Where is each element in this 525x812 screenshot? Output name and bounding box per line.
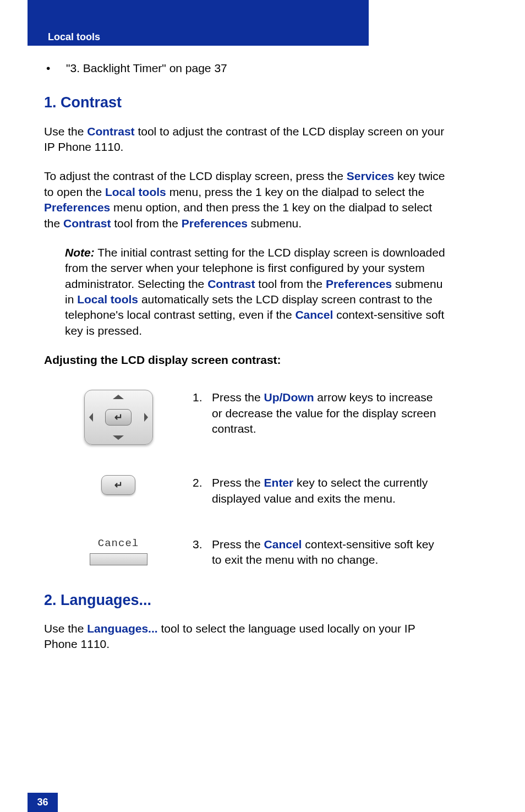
text: Use the bbox=[44, 622, 87, 635]
bullet-item: • "3. Backlight Timer" on page 37 bbox=[44, 61, 446, 76]
note-label: Note: bbox=[65, 246, 95, 259]
arrow-left-icon bbox=[89, 413, 93, 422]
paragraph-contrast-intro: Use the Contrast tool to adjust the cont… bbox=[44, 124, 446, 155]
cancel-softkey-icon: Cancel bbox=[90, 537, 147, 565]
nav-pad-icon: ↵ bbox=[44, 390, 193, 445]
term-preferences: Preferences bbox=[326, 277, 392, 290]
paragraph-languages-intro: Use the Languages... tool to select the … bbox=[44, 621, 446, 652]
enter-center-icon: ↵ bbox=[105, 409, 132, 426]
paragraph-contrast-instructions: To adjust the contrast of the LCD displa… bbox=[44, 168, 446, 231]
text: Press the bbox=[212, 391, 264, 404]
term-contrast: Contrast bbox=[87, 125, 134, 138]
term-services: Services bbox=[347, 170, 394, 182]
text: tool from the bbox=[255, 277, 325, 290]
term-local-tools: Local tools bbox=[105, 186, 166, 198]
cancel-softkey-icon-wrap: Cancel bbox=[44, 537, 193, 565]
note-block: Note: The initial contrast setting for t… bbox=[65, 245, 446, 339]
enter-key-icon-wrap: ↵ bbox=[44, 475, 193, 495]
softkey-button-icon bbox=[90, 553, 147, 565]
step-body: Press the Enter key to select the curren… bbox=[212, 475, 446, 506]
step-number: 3. bbox=[193, 537, 212, 568]
step-3-text: 3. Press the Cancel context-sensitive so… bbox=[193, 537, 446, 568]
enter-glyph-icon: ↵ bbox=[114, 411, 123, 424]
step-1: ↵ 1. Press the Up/Down arrow keys to inc… bbox=[44, 390, 446, 445]
arrow-up-icon bbox=[113, 395, 124, 399]
step-number: 2. bbox=[193, 475, 212, 506]
header-title: Local tools bbox=[48, 31, 100, 42]
text: menu, press the 1 key on the dialpad to … bbox=[166, 186, 424, 198]
term-up-down: Up/Down bbox=[264, 391, 314, 404]
arrow-right-icon bbox=[144, 413, 148, 422]
term-preferences: Preferences bbox=[182, 217, 248, 230]
step-1-text: 1. Press the Up/Down arrow keys to incre… bbox=[193, 390, 446, 437]
step-2-text: 2. Press the Enter key to select the cur… bbox=[193, 475, 446, 506]
enter-key-icon: ↵ bbox=[101, 475, 135, 495]
heading-contrast: 1. Contrast bbox=[44, 92, 446, 112]
page-number: 36 bbox=[28, 793, 58, 812]
text: Press the bbox=[212, 476, 264, 489]
text: Press the bbox=[212, 538, 264, 551]
text: submenu. bbox=[248, 217, 302, 230]
step-number: 1. bbox=[193, 390, 212, 437]
text: Use the bbox=[44, 125, 87, 138]
term-preferences: Preferences bbox=[44, 201, 110, 214]
bullet-marker: • bbox=[44, 61, 66, 76]
term-cancel: Cancel bbox=[295, 308, 333, 321]
page-header: Local tools bbox=[28, 30, 369, 46]
term-cancel: Cancel bbox=[264, 538, 302, 551]
term-languages: Languages... bbox=[87, 622, 157, 635]
term-enter: Enter bbox=[264, 476, 294, 489]
term-local-tools: Local tools bbox=[77, 293, 138, 306]
arrow-down-icon bbox=[113, 435, 124, 440]
step-3: Cancel 3. Press the Cancel context-sensi… bbox=[44, 537, 446, 568]
top-strip bbox=[28, 0, 369, 30]
page-content: • "3. Backlight Timer" on page 37 1. Con… bbox=[44, 61, 446, 666]
procedure-title: Adjusting the LCD display screen contras… bbox=[44, 352, 446, 368]
cancel-softkey-label: Cancel bbox=[98, 537, 139, 551]
heading-languages: 2. Languages... bbox=[44, 590, 446, 610]
term-contrast: Contrast bbox=[63, 217, 111, 230]
text: tool from the bbox=[111, 217, 181, 230]
navigation-pad-icon: ↵ bbox=[84, 390, 153, 445]
enter-glyph-icon: ↵ bbox=[114, 478, 123, 492]
step-body: Press the Cancel context-sensitive soft … bbox=[212, 537, 446, 568]
step-body: Press the Up/Down arrow keys to increase… bbox=[212, 390, 446, 437]
bullet-text: "3. Backlight Timer" on page 37 bbox=[66, 61, 227, 76]
term-contrast: Contrast bbox=[207, 277, 255, 290]
step-2: ↵ 2. Press the Enter key to select the c… bbox=[44, 475, 446, 506]
text: To adjust the contrast of the LCD displa… bbox=[44, 170, 347, 182]
